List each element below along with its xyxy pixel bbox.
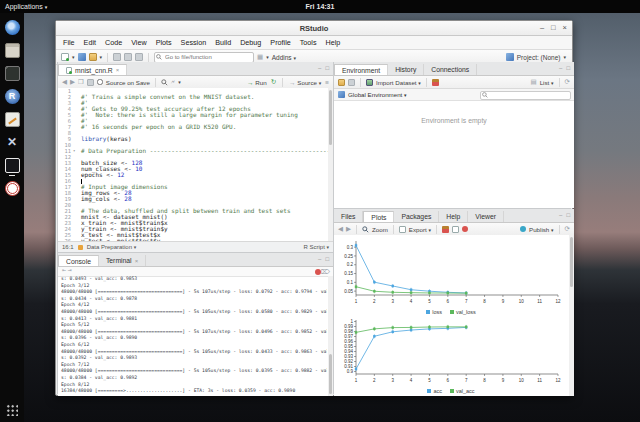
clear-objects-icon[interactable]	[432, 79, 439, 86]
menu-item-code[interactable]: Code	[105, 38, 122, 47]
menu-item-help[interactable]: Help	[326, 38, 341, 47]
minimize-pane-icon[interactable]: –	[559, 65, 562, 71]
menu-item-file[interactable]: File	[63, 38, 75, 47]
code-tools-icon[interactable]: 🗲	[171, 78, 175, 86]
refresh-icon[interactable]: ⟳	[565, 225, 570, 233]
tab-packages[interactable]: Packages	[394, 211, 439, 222]
code-editor[interactable]: 12#' Trains a simple convnet on the MNIS…	[58, 88, 333, 242]
save-icon[interactable]	[87, 79, 94, 86]
browser-icon[interactable]	[5, 20, 20, 35]
tab-history[interactable]: History	[388, 64, 424, 75]
source-button[interactable]: → Source ▾	[289, 79, 321, 86]
menu-item-session[interactable]: Session	[181, 38, 207, 47]
text-editor-icon[interactable]	[5, 112, 20, 127]
console-output[interactable]: s: 0.0493 - val_acc: 0.9853Epoch 3/12480…	[61, 276, 327, 396]
new-file-icon[interactable]	[61, 53, 69, 61]
save-all-icon[interactable]	[124, 53, 132, 61]
tab-environment[interactable]: Environment	[334, 64, 388, 75]
terminal-icon[interactable]	[5, 66, 20, 81]
menu-item-profile[interactable]: Profile	[270, 38, 290, 47]
file-type-selector[interactable]: R Script ▾	[303, 244, 329, 250]
tools-icon[interactable]: ✕	[5, 135, 20, 150]
document-outline-icon[interactable]: ≡	[325, 79, 329, 86]
show-applications-icon[interactable]	[6, 404, 18, 416]
title-bar[interactable]: RStudio – □ ×	[56, 21, 572, 36]
tab-console[interactable]: Console	[58, 255, 99, 266]
maximize-pane-icon[interactable]: □	[325, 256, 329, 262]
caret-down-icon[interactable]: ▾	[178, 79, 181, 85]
help-icon[interactable]	[5, 181, 20, 196]
popout-icon[interactable]: ❐	[78, 78, 84, 86]
import-dataset-button[interactable]: Import Dataset ▾	[376, 79, 421, 86]
maximize-pane-icon[interactable]: □	[325, 65, 329, 71]
minimize-pane-icon[interactable]: –	[318, 256, 321, 262]
back-icon[interactable]: ◀	[62, 78, 67, 86]
menubar: FileEditCodeViewPlotsSessionBuildDebugPr…	[56, 36, 572, 50]
r-logo-icon[interactable]: R	[5, 89, 20, 104]
minimize-pane-icon[interactable]: –	[559, 212, 562, 218]
load-workspace-icon[interactable]	[338, 79, 345, 86]
remove-plot-icon[interactable]	[442, 226, 449, 233]
plots-scrollbar[interactable]	[569, 235, 574, 396]
menu-item-tools[interactable]: Tools	[300, 38, 317, 47]
maximize-pane-icon[interactable]: □	[566, 212, 570, 218]
menu-item-debug[interactable]: Debug	[240, 38, 261, 47]
goto-file-input[interactable]	[154, 52, 254, 63]
previous-plot-icon[interactable]: ◀	[338, 225, 343, 233]
project-label: Project: (None)	[517, 54, 561, 61]
forward-icon[interactable]: ▶	[70, 78, 75, 86]
console-scrollbar[interactable]	[328, 276, 333, 396]
svg-text:0.9: 0.9	[347, 369, 354, 374]
rerun-icon[interactable]: ↻	[271, 78, 276, 86]
menu-item-edit[interactable]: Edit	[84, 38, 96, 47]
svg-text:0.94: 0.94	[344, 349, 353, 354]
close-tab-icon[interactable]: ×	[116, 67, 120, 73]
caret-down-icon[interactable]: ▾	[72, 54, 75, 60]
display-settings-icon[interactable]	[5, 158, 20, 173]
caret-down-icon[interactable]: ▾	[266, 54, 269, 60]
scope-selector[interactable]: Data Preparation ▾	[87, 244, 137, 250]
minimize-window-icon[interactable]: –	[540, 23, 544, 32]
print-icon[interactable]	[135, 53, 143, 61]
addins-button[interactable]: Addins ▾	[272, 54, 296, 61]
maximize-window-icon[interactable]: □	[551, 23, 556, 32]
run-button[interactable]: → Run	[247, 79, 267, 86]
environment-search-input[interactable]	[480, 91, 571, 100]
console-tabbar: ConsoleTerminal× – □	[58, 253, 333, 267]
close-window-icon[interactable]: ×	[563, 23, 567, 32]
list-view-selector[interactable]: List ▾	[540, 79, 554, 86]
close-tab-icon[interactable]: ×	[135, 258, 139, 264]
minimize-pane-icon[interactable]: –	[318, 65, 321, 71]
next-plot-icon[interactable]: ▶	[346, 225, 351, 233]
menu-item-build[interactable]: Build	[215, 38, 231, 47]
clear-plots-icon[interactable]	[452, 226, 459, 233]
tab-mnist-cnn[interactable]: mnist_cnn.R ×	[58, 64, 127, 75]
menu-item-view[interactable]: View	[131, 38, 146, 47]
new-project-icon[interactable]	[78, 53, 86, 61]
editor-scrollbar[interactable]	[328, 88, 333, 242]
menu-item-plots[interactable]: Plots	[156, 38, 172, 47]
file-manager-icon[interactable]	[5, 43, 20, 58]
save-workspace-icon[interactable]	[348, 79, 355, 86]
source-on-save-checkbox[interactable]	[97, 79, 103, 85]
tab-help[interactable]: Help	[439, 211, 468, 222]
tab-connections[interactable]: Connections	[424, 64, 477, 75]
refresh-icon[interactable]: ⟳	[565, 78, 570, 86]
caret-down-icon[interactable]: ▾	[100, 54, 103, 60]
clear-console-icon[interactable]: ⌦	[321, 268, 330, 276]
tab-plots[interactable]: Plots	[363, 211, 394, 222]
export-button[interactable]: Export ▾	[409, 226, 431, 233]
zoom-plot-button[interactable]: Zoom	[372, 226, 388, 233]
tab-files[interactable]: Files	[334, 211, 363, 222]
find-icon[interactable]	[161, 79, 168, 86]
save-icon[interactable]	[113, 53, 121, 61]
project-menu[interactable]: Project: (None) ▾	[506, 53, 566, 61]
addins-grid-icon[interactable]: ▦	[257, 53, 263, 61]
global-environment-selector[interactable]: Global Environment ▾	[348, 91, 407, 98]
open-file-icon[interactable]	[89, 53, 97, 61]
maximize-pane-icon[interactable]: □	[566, 65, 570, 71]
publish-button[interactable]: Publish ▾	[529, 226, 554, 233]
tab-viewer[interactable]: Viewer	[468, 211, 504, 222]
tab-terminal[interactable]: Terminal×	[99, 255, 146, 266]
console-line: 48000/48000 [===========================…	[61, 289, 327, 296]
